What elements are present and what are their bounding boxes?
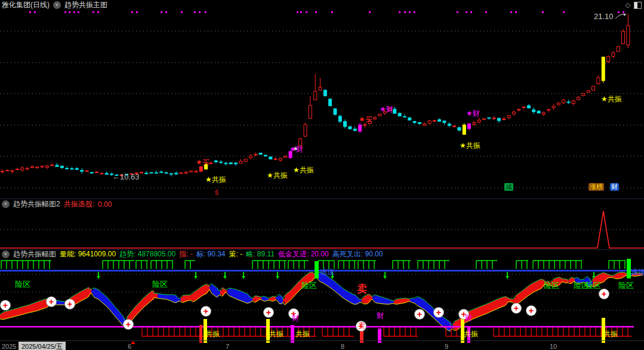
panel3-title[interactable]: 趋势共振幅图 bbox=[13, 249, 56, 259]
month-tick-label: 8 bbox=[341, 343, 344, 350]
month-tick-label: 7 bbox=[226, 343, 229, 350]
indicator-field: 略: 89.11 bbox=[246, 249, 275, 259]
main-candlestick-chart[interactable] bbox=[0, 10, 644, 199]
title-bar: 雅化集团(日线) ˅ 趋势共振主图 ◇ bbox=[0, 0, 644, 10]
indicator-field: 指: - bbox=[179, 249, 193, 259]
diamond-icon[interactable]: ◇ bbox=[625, 1, 630, 9]
window-icons: ◇ bbox=[625, 1, 642, 9]
main-indicator-name[interactable]: 趋势共振主图 bbox=[64, 0, 107, 10]
stock-title: 雅化集团(日线) bbox=[2, 0, 50, 10]
indicator-field: 低金叉进: 20.00 bbox=[278, 249, 329, 259]
month-tick-label: 9 bbox=[445, 343, 448, 350]
chevron-down-icon[interactable]: ˅ bbox=[53, 1, 61, 9]
panel2-header: ˅ 趋势共振幅图2 共振选股: 0.00 bbox=[0, 199, 644, 209]
trading-app-window: 雅化集团(日线) ˅ 趋势共振主图 ◇ ˅ 趋势共振幅图2 共振选股: 0.00… bbox=[0, 0, 644, 350]
resonance-selector-chart[interactable] bbox=[0, 209, 644, 249]
indicator-field: 量能: 9641009.00 bbox=[60, 249, 116, 259]
panel2-field-label: 共振选股: bbox=[64, 199, 94, 209]
panel3-header: ˅ 趋势共振幅图 量能: 9641009.00趋势: 4878805.00指: … bbox=[0, 249, 644, 259]
panel2-title[interactable]: 趋势共振幅图2 bbox=[13, 199, 60, 209]
indicator-field: 高死叉出: 90.00 bbox=[332, 249, 383, 259]
timeline-axis[interactable]: 2025 2025/04/25/五 678910 bbox=[0, 340, 644, 350]
indicator-field: 趋势: 4878805.00 bbox=[119, 249, 175, 259]
indicator-field: 策: - bbox=[229, 249, 243, 259]
selected-date-readout: 2025/04/25/五 bbox=[19, 342, 66, 350]
split-window-icon[interactable] bbox=[634, 2, 642, 9]
chevron-down-icon[interactable]: ˅ bbox=[2, 200, 10, 208]
panel3-fields: 量能: 9641009.00趋势: 4878805.00指: -标: 90.34… bbox=[60, 249, 386, 259]
chevron-down-icon[interactable]: ˅ bbox=[2, 250, 10, 258]
panel2-field-value: 0.00 bbox=[98, 200, 112, 209]
date-marker-triangle bbox=[131, 341, 135, 344]
indicator-field: 标: 90.34 bbox=[196, 249, 226, 259]
trend-resonance-chart[interactable] bbox=[0, 259, 644, 343]
timeline-year: 2025 bbox=[2, 343, 16, 350]
month-tick-label: 10 bbox=[550, 343, 557, 350]
